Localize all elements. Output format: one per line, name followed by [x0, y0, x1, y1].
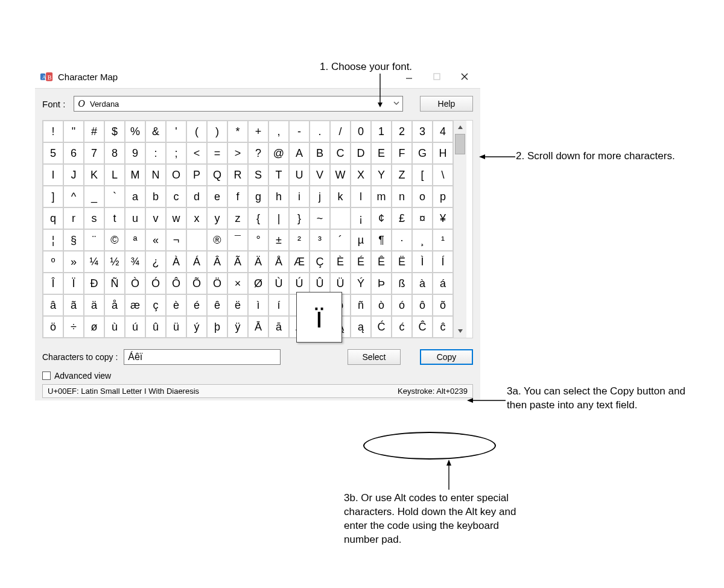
char-cell[interactable]: Ć: [371, 316, 392, 338]
char-cell[interactable]: >: [227, 142, 248, 164]
char-cell[interactable]: .: [310, 121, 330, 142]
char-cell[interactable]: j: [310, 186, 330, 207]
char-cell[interactable]: µ: [351, 229, 371, 251]
char-cell[interactable]: s: [84, 207, 104, 229]
char-cell[interactable]: ): [207, 121, 227, 142]
scroll-track[interactable]: [454, 134, 466, 324]
char-cell[interactable]: ': [166, 121, 186, 142]
char-cell[interactable]: Þ: [371, 273, 392, 294]
char-cell[interactable]: [: [412, 164, 433, 186]
char-cell[interactable]: ó: [392, 294, 412, 316]
char-cell[interactable]: ´: [330, 229, 351, 251]
char-cell[interactable]: Ā: [248, 316, 268, 338]
char-cell[interactable]: 0: [351, 121, 371, 142]
char-cell[interactable]: å: [104, 294, 125, 316]
char-cell[interactable]: À: [166, 251, 186, 273]
scroll-thumb[interactable]: [455, 134, 465, 154]
char-cell[interactable]: _: [84, 186, 104, 207]
char-cell[interactable]: Â: [207, 251, 227, 273]
char-cell[interactable]: R: [227, 164, 248, 186]
char-cell[interactable]: n: [392, 186, 412, 207]
char-cell[interactable]: B: [310, 142, 330, 164]
char-cell[interactable]: G: [412, 142, 433, 164]
char-cell[interactable]: ©: [104, 229, 125, 251]
char-cell[interactable]: ą: [351, 316, 371, 338]
char-cell[interactable]: r: [63, 207, 84, 229]
char-cell[interactable]: É: [351, 251, 371, 273]
char-cell[interactable]: Ù: [268, 273, 289, 294]
char-cell[interactable]: }: [289, 207, 310, 229]
char-cell[interactable]: â: [43, 294, 63, 316]
char-cell[interactable]: Í: [433, 251, 453, 273]
char-cell[interactable]: q: [43, 207, 63, 229]
char-cell[interactable]: ;: [166, 142, 186, 164]
char-cell[interactable]: Ñ: [104, 273, 125, 294]
char-cell[interactable]: ]: [43, 186, 63, 207]
char-cell[interactable]: N: [145, 164, 166, 186]
char-cell[interactable]: 7: [84, 142, 104, 164]
char-cell[interactable]: ¨: [84, 229, 104, 251]
char-cell[interactable]: ¾: [125, 251, 145, 273]
char-cell[interactable]: =: [207, 142, 227, 164]
char-cell[interactable]: c: [166, 186, 186, 207]
char-cell[interactable]: Ý: [351, 273, 371, 294]
char-cell[interactable]: x: [186, 207, 207, 229]
char-cell[interactable]: Ĉ: [412, 316, 433, 338]
char-cell[interactable]: ": [63, 121, 84, 142]
char-cell[interactable]: «: [145, 229, 166, 251]
char-cell[interactable]: ­: [186, 229, 207, 251]
char-cell[interactable]: ±: [268, 229, 289, 251]
char-cell[interactable]: 1: [371, 121, 392, 142]
char-cell[interactable]: v: [145, 207, 166, 229]
char-cell[interactable]: é: [186, 294, 207, 316]
grid-scrollbar[interactable]: [453, 121, 466, 338]
char-cell[interactable]: Ê: [371, 251, 392, 273]
char-cell[interactable]: Z: [392, 164, 412, 186]
char-cell[interactable]: ?: [248, 142, 268, 164]
char-cell[interactable]: %: [125, 121, 145, 142]
char-cell[interactable]: Y: [371, 164, 392, 186]
char-cell[interactable]: ĉ: [433, 316, 453, 338]
char-cell[interactable]: w: [166, 207, 186, 229]
char-cell[interactable]: ë: [227, 294, 248, 316]
char-cell[interactable]: ½: [104, 251, 125, 273]
help-button[interactable]: Help: [420, 96, 473, 112]
char-cell[interactable]: {: [248, 207, 268, 229]
char-cell[interactable]: á: [433, 273, 453, 294]
char-cell[interactable]: \: [433, 164, 453, 186]
char-cell[interactable]: ¸: [412, 229, 433, 251]
char-cell[interactable]: D: [351, 142, 371, 164]
char-cell[interactable]: í: [268, 294, 289, 316]
char-cell[interactable]: E: [371, 142, 392, 164]
char-cell[interactable]: I: [43, 164, 63, 186]
char-cell[interactable]: ^: [63, 186, 84, 207]
char-cell[interactable]: &: [145, 121, 166, 142]
char-cell[interactable]: P: [186, 164, 207, 186]
char-cell[interactable]: 4: [433, 121, 453, 142]
char-cell[interactable]: ª: [125, 229, 145, 251]
characters-to-copy-input[interactable]: Áêï: [124, 349, 281, 365]
char-cell[interactable]: 9: [125, 142, 145, 164]
char-cell[interactable]: 2: [392, 121, 412, 142]
char-cell[interactable]: û: [145, 316, 166, 338]
char-cell[interactable]: ~: [310, 207, 330, 229]
char-cell[interactable]: ø: [84, 316, 104, 338]
char-cell[interactable]: d: [186, 186, 207, 207]
char-cell[interactable]: Ã: [227, 251, 248, 273]
char-cell[interactable]: Ü: [330, 273, 351, 294]
char-cell[interactable]: k: [330, 186, 351, 207]
char-cell[interactable]: ù: [104, 316, 125, 338]
char-cell[interactable]: Ð: [84, 273, 104, 294]
char-cell[interactable]: ä: [84, 294, 104, 316]
char-cell[interactable]: ³: [310, 229, 330, 251]
char-cell[interactable]: |: [268, 207, 289, 229]
char-cell[interactable]: t: [104, 207, 125, 229]
char-cell[interactable]: T: [268, 164, 289, 186]
char-cell[interactable]: ö: [43, 316, 63, 338]
char-cell[interactable]: (: [186, 121, 207, 142]
char-cell[interactable]: 6: [63, 142, 84, 164]
char-cell[interactable]: ß: [392, 273, 412, 294]
char-cell[interactable]: ÿ: [227, 316, 248, 338]
char-cell[interactable]: K: [84, 164, 104, 186]
char-cell[interactable]: -: [289, 121, 310, 142]
